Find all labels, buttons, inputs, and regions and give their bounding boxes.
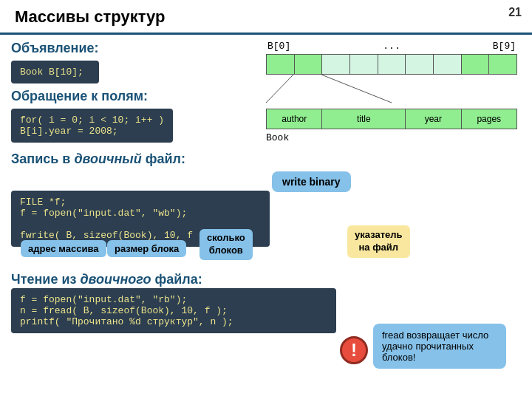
svg-line-1 (321, 75, 392, 103)
array-cell-4 (378, 55, 406, 74)
read-code-block: f = fopen("input.dat", "rb"); n = fread(… (11, 288, 336, 333)
access-section: Обращение к полям: for( i = 0; i < 10; i… (11, 89, 173, 143)
write-section: Запись в двоичный файл: (11, 151, 185, 167)
read-label: Чтение из двоичного файла: (11, 272, 202, 287)
array-diagram: B[0] ... B[9] author title year pages Bo… (266, 41, 517, 143)
array-cell-3 (350, 55, 378, 74)
array-label-left: B[0] (267, 41, 290, 52)
book-field-pages: pages (462, 109, 516, 129)
size-bubble: размер блока (107, 240, 186, 257)
size-label: размер блока (107, 240, 186, 257)
array-cell-8 (489, 55, 516, 74)
alert-text: fread возвращает число удачно прочитанны… (373, 324, 506, 369)
book-struct: author title year pages (266, 109, 517, 129)
array-label-dots: ... (383, 41, 400, 52)
declaration-label: Объявление: (11, 41, 99, 56)
count-bubble: сколько блоков (200, 229, 253, 260)
read-section: Чтение из двоичного файла: (11, 272, 202, 287)
array-cell-1 (295, 55, 323, 74)
array-cell-6 (434, 55, 462, 74)
write-binary-text: write binary (272, 171, 351, 192)
array-labels: B[0] ... B[9] (266, 41, 517, 52)
page-title: Массивы структур (15, 7, 165, 27)
book-field-author: author (267, 109, 322, 129)
read-code: f = fopen("input.dat", "rb"); n = fread(… (11, 288, 336, 333)
file-ptr-bubble: указатель на файл (347, 225, 410, 258)
write-binary-bubble: write binary (272, 171, 351, 192)
write-label: Запись в двоичный файл: (11, 151, 185, 167)
exclamation-icon: ! (340, 336, 368, 364)
book-label: Book (266, 132, 517, 143)
svg-line-0 (266, 75, 293, 103)
addr-label: адрес массива (21, 240, 106, 257)
array-cell-5 (406, 55, 434, 74)
array-label-right: B[9] (493, 41, 516, 52)
declaration-section: Объявление: Book B[10]; (11, 41, 99, 83)
array-boxes (266, 54, 517, 75)
access-code: for( i = 0; i < 10; i++ ) B[i].year = 20… (11, 109, 173, 143)
page-number: 21 (508, 6, 522, 19)
connector-svg (266, 75, 517, 104)
array-cell-0 (267, 55, 295, 74)
access-label: Обращение к полям: (11, 89, 173, 104)
declaration-code: Book B[10]; (11, 61, 99, 83)
array-cell-7 (462, 55, 490, 74)
book-field-year: year (406, 109, 461, 129)
addr-bubble: адрес массива (21, 240, 106, 257)
book-field-title: title (322, 109, 406, 129)
divider (0, 33, 532, 35)
alert-bubble: fread возвращает число удачно прочитанны… (373, 324, 506, 369)
count-label: сколько блоков (200, 229, 253, 260)
array-cell-2 (322, 55, 350, 74)
exclamation-container: ! (340, 336, 368, 364)
file-ptr-label: указатель на файл (347, 225, 410, 258)
